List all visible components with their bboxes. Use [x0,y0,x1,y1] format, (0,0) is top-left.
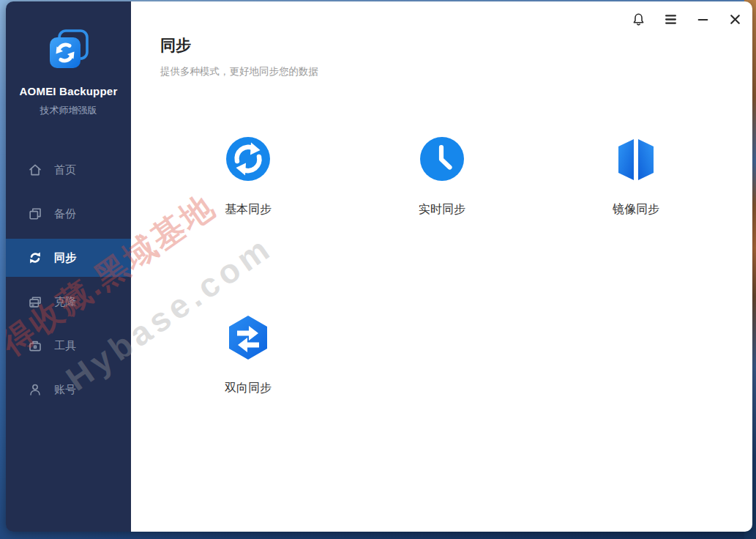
page-subtitle: 提供多种模式，更好地同步您的数据 [160,65,752,78]
mirror-sync-icon [613,136,659,182]
bidirectional-sync-icon [225,315,271,360]
mode-label: 双向同步 [193,381,303,396]
sidebar-item-tools[interactable]: 工具 [6,327,131,365]
hamburger-menu-icon[interactable] [663,12,678,26]
minimize-icon[interactable] [695,12,710,26]
mode-mirror-sync[interactable]: 镜像同步 [581,136,691,218]
page-title: 同步 [160,35,752,56]
tools-icon [28,338,42,353]
notification-bell-icon[interactable] [631,12,645,26]
brand-edition: 技术师增强版 [6,104,131,117]
mode-bidirectional-sync[interactable]: 双向同步 [193,315,303,396]
account-icon [28,382,42,397]
main-panel: 同步 提供多种模式，更好地同步您的数据 基本同步 [131,1,752,532]
sidebar-item-label: 克隆 [54,295,76,309]
clone-icon [28,294,42,309]
realtime-sync-icon [419,136,465,182]
backup-icon [28,207,42,221]
close-icon[interactable] [727,12,742,26]
sidebar-item-label: 账号 [54,383,76,397]
sidebar-item-home[interactable]: 首页 [6,151,131,189]
sidebar-item-label: 首页 [54,163,76,177]
sidebar-item-backup[interactable]: 备份 [6,195,131,233]
sidebar-item-label: 备份 [54,207,76,221]
sidebar-item-label: 同步 [54,251,76,265]
sidebar: AOMEI Backupper 技术师增强版 首页 [6,1,131,532]
sync-icon [28,250,42,265]
sidebar-item-clone[interactable]: 克隆 [6,283,131,321]
basic-sync-icon [225,136,271,182]
sidebar-item-label: 工具 [54,339,76,353]
home-icon [28,163,42,177]
app-window: AOMEI Backupper 技术师增强版 首页 [6,1,752,532]
mode-label: 基本同步 [193,202,303,218]
mode-label: 实时同步 [387,202,497,218]
sidebar-item-sync[interactable]: 同步 [6,239,131,277]
mode-realtime-sync[interactable]: 实时同步 [387,136,497,218]
brand-block: AOMEI Backupper 技术师增强版 [6,1,131,117]
titlebar-controls [631,12,742,26]
sidebar-item-account[interactable]: 账号 [6,371,131,409]
sync-logo-icon [48,29,90,70]
sidebar-nav: 首页 备份 [6,151,131,415]
mode-label: 镜像同步 [581,202,691,218]
brand-name: AOMEI Backupper [6,85,131,97]
mode-basic-sync[interactable]: 基本同步 [193,136,303,218]
